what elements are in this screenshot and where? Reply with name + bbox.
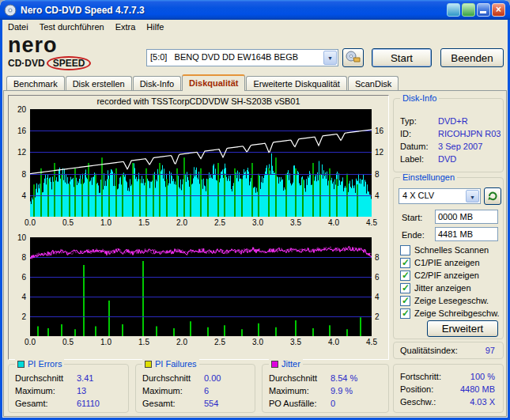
pie-legend-icon <box>17 361 25 368</box>
tab-disk-erstellen[interactable]: Disk erstellen <box>66 76 132 90</box>
end-position-field[interactable]: 4481 MB <box>435 227 498 241</box>
pif-total-value: 554 <box>204 399 218 408</box>
disk-type-label: Typ: <box>400 116 417 126</box>
tab-disk-info[interactable]: Disk-Info <box>133 76 181 90</box>
menubar: Datei Test durchführen Extra Hilfe <box>2 20 508 34</box>
position-label: Position: <box>400 384 433 394</box>
checkbox-zeige-schreibgeschw[interactable]: Zeige Schreibgeschw. <box>400 308 500 319</box>
pif-avg-value: 0.00 <box>204 373 221 383</box>
advanced-button[interactable]: Erweitert <box>427 320 498 337</box>
end-position-label: Ende: <box>402 230 425 240</box>
disk-id-value: RICOHJPN R03 <box>438 129 501 138</box>
bottom-chart-left-axis: 108642 <box>9 237 28 336</box>
quality-index-label: Qualitätsindex: <box>400 346 458 355</box>
speed-label: Geschw.: <box>400 397 436 407</box>
speed-oval: SPEED <box>47 56 92 70</box>
quality-index-box: Qualitätsindex: 97 <box>393 342 504 359</box>
jitter-legend-icon <box>271 361 278 368</box>
speed-select[interactable]: 4 X CLV <box>399 188 481 204</box>
position-value: 4480 MB <box>460 384 495 394</box>
checkbox-label: Zeige Schreibgeschw. <box>414 308 500 318</box>
tab-diskqualitaet[interactable]: Diskqualität <box>182 74 245 91</box>
pi-errors-group: PI Errors Durchschnitt 3.41 Maximum: 13 … <box>8 364 129 413</box>
checkbox-box <box>400 283 410 293</box>
start-position-label: Start: <box>402 213 422 222</box>
checkbox-label: Zeige Lesegeschw. <box>414 296 489 305</box>
checkbox-box <box>400 245 410 255</box>
disk-info-title: Disk-Info <box>400 93 439 104</box>
speed-value: 4.03 X <box>470 397 495 407</box>
checkbox-zeige-lesegeschw[interactable]: Zeige Lesegeschw. <box>400 295 489 306</box>
refresh-speed-button[interactable] <box>484 187 501 205</box>
jitter-pif-chart <box>30 237 372 336</box>
start-position-field[interactable]: 0000 MB <box>435 210 498 224</box>
start-button[interactable]: Start <box>372 48 432 67</box>
refresh-icon <box>487 190 498 202</box>
checkbox-c1-pie-anzeigen[interactable]: C1/PIE anzeigen <box>400 257 480 268</box>
pi-errors-title: PI Errors <box>15 359 64 369</box>
pi-errors-title-text: PI Errors <box>28 359 62 369</box>
titlebar-plugin-icon-1[interactable] <box>447 3 460 17</box>
checkbox-schnelles-scannen[interactable]: Schnelles Scannen <box>400 244 489 255</box>
pie-speed-chart <box>30 109 372 217</box>
jitter-group: Jitter Durchschnitt 8.54 % Maximum: 9.9 … <box>262 364 389 413</box>
cddvd-text: CD·DVD <box>8 58 45 69</box>
pie-avg-value: 3.41 <box>77 373 93 383</box>
checkbox-box <box>400 258 410 268</box>
tab-scandisk[interactable]: ScanDisk <box>348 76 399 90</box>
tab-benchmark[interactable]: Benchmark <box>6 76 65 90</box>
window-title: Nero CD-DVD Speed 4.7.7.3 <box>21 5 145 16</box>
progress-label: Fortschritt: <box>400 372 441 381</box>
pie-avg-label: Durchschnitt <box>15 373 63 383</box>
top-chart-left-axis: 20161284 <box>9 109 28 217</box>
chevron-down-icon[interactable] <box>323 51 337 65</box>
menu-extra[interactable]: Extra <box>110 21 142 33</box>
nero-wordmark: nero <box>8 36 144 55</box>
pif-legend-icon <box>145 361 152 368</box>
checkbox-label: Schnelles Scannen <box>414 245 489 255</box>
chart-panel: recorded with TSSTcorpCDDVDW SH-S203B vS… <box>8 95 389 360</box>
chevron-down-icon[interactable] <box>466 190 479 202</box>
po-failures-value: 0 <box>331 399 335 408</box>
menu-datei[interactable]: Datei <box>2 21 34 33</box>
minimize-button[interactable] <box>477 3 490 17</box>
pie-total-label: Gesamt: <box>15 399 48 408</box>
checkbox-jitter-anzeigen[interactable]: Jitter anzeigen <box>400 282 471 293</box>
window-border-left <box>0 20 2 420</box>
drive-select[interactable]: [5:0] BENQ DVD DD EW164B BEGB <box>146 49 338 66</box>
top-chart-right-axis: 161284 <box>373 109 389 217</box>
nero-logo: nero CD·DVDSPEED <box>8 36 144 72</box>
pie-max-value: 13 <box>77 386 86 395</box>
tab-erweiterte-diskqualitaet[interactable]: Erweiterte Diskqualität <box>246 76 346 90</box>
disc-hand-icon <box>346 51 361 65</box>
close-button[interactable] <box>492 3 505 17</box>
titlebar[interactable]: Nero CD-DVD Speed 4.7.7.3 <box>0 0 510 20</box>
pif-max-value: 6 <box>204 386 209 395</box>
disk-label-value: DVD <box>438 154 456 164</box>
bottom-chart-x-axis: 0.00.51.01.52.02.53.03.54.04.5 <box>30 338 372 347</box>
pi-failures-group: PI Failures Durchschnitt 0.00 Maximum: 6… <box>135 364 255 413</box>
disk-label-label: Label: <box>400 154 424 164</box>
eject-button[interactable] <box>342 48 364 67</box>
drive-select-value: [5:0] BENQ DVD DD EW164B BEGB <box>150 52 322 62</box>
settings-group: Einstellungen 4 X CLV Start: 0000 MB End… <box>393 177 504 339</box>
checkbox-box <box>400 308 410 319</box>
checkbox-c2-pif-anzeigen[interactable]: C2/PIF anzeigen <box>400 270 479 281</box>
checkbox-box <box>400 271 410 281</box>
menu-test-durchfuehren[interactable]: Test durchführen <box>34 21 110 33</box>
checkbox-box <box>400 296 410 306</box>
app-icon <box>4 4 17 17</box>
menu-hilfe[interactable]: Hilfe <box>141 21 169 33</box>
jitter-max-value: 9.9 % <box>331 386 353 395</box>
progress-group: Fortschritt: 100 % Position: 4480 MB Ges… <box>393 364 504 413</box>
disk-date-label: Datum: <box>400 142 428 151</box>
disk-id-label: ID: <box>400 129 411 138</box>
cddvdspeed-wordmark: CD·DVDSPEED <box>8 56 144 70</box>
pie-max-label: Maximum: <box>15 386 55 395</box>
pif-total-label: Gesamt: <box>142 399 176 408</box>
checkbox-label: C2/PIF anzeigen <box>414 271 479 280</box>
speed-select-value: 4 X CLV <box>402 191 464 200</box>
quit-button[interactable]: Beenden <box>440 48 504 67</box>
titlebar-plugin-icon-2[interactable] <box>462 3 475 17</box>
settings-title: Einstellungen <box>400 172 457 183</box>
